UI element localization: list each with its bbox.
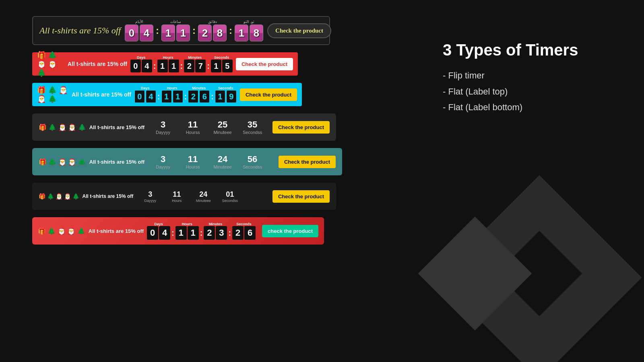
timer-bar-flip: All t-shirts are 15% off الأيام 0 4 : سا… xyxy=(32,16,330,45)
emoji-row-5: 🎁 🌲 🎅 🎅 🌲 xyxy=(39,158,86,166)
cyan-days-label: Days xyxy=(141,86,150,90)
flip-timer-digits: الأيام 0 4 : ساعات 1 1 : دقائق 2 xyxy=(125,20,263,41)
sep2: : xyxy=(192,25,196,36)
cyan-days: 0 4 xyxy=(134,90,156,103)
redg-sec-0: 2 xyxy=(232,226,244,240)
cyan-day-1: 4 xyxy=(146,90,156,103)
redg-bar-label: All t-shirts are 15% off xyxy=(89,228,144,234)
emoji-row-7: 🎁 🌲 🎅 🎅 🌲 xyxy=(38,227,85,235)
flip-minutes-group: دقائق 2 8 xyxy=(198,20,227,41)
check-product-btn-7[interactable]: check the product xyxy=(262,225,318,237)
flip-sec-1: 8 xyxy=(250,25,263,41)
check-product-btn-4[interactable]: Check the product xyxy=(272,121,330,134)
red-day-0: 0 xyxy=(130,60,141,72)
check-product-btn-5[interactable]: Check the product xyxy=(279,156,336,168)
redg-sep3: : xyxy=(228,224,231,238)
vdark-hours-val: 11 xyxy=(173,190,181,199)
redg-hours-label: Hours xyxy=(182,222,192,226)
list-item-3: - Flat (Label bottom) xyxy=(443,99,604,115)
timer-bar-cyan: 🎁 🌲 🎅 🎅 🌲 All t-shirts are 15% off Days … xyxy=(32,83,302,106)
panel-list: - Flip timer - Flat (Label top) - Flat (… xyxy=(443,68,604,115)
check-product-btn-3[interactable]: Check the product xyxy=(240,88,297,101)
red-min-1: 7 xyxy=(195,60,206,72)
teal-days-label: Dayyyy xyxy=(156,165,170,169)
vdark-days-val: 3 xyxy=(148,190,152,199)
teal-days-group: 3 Dayyyy xyxy=(151,154,175,169)
info-panel: 3 Types of Timers - Flip timer - Flat (L… xyxy=(443,40,604,115)
cyan-days-group: Days 0 4 xyxy=(134,86,156,103)
red-min-0: 2 xyxy=(184,60,194,72)
sep3: : xyxy=(229,25,232,36)
teal-seconds-label: Secondss xyxy=(243,165,262,169)
teal-seconds-group: 56 Secondss xyxy=(240,154,264,169)
dark-seconds-val: 35 xyxy=(248,119,257,130)
red-sep1: : xyxy=(153,58,156,71)
panel-title: 3 Types of Timers xyxy=(443,40,604,60)
redg-flat-tiles: Days 0 4 : Hours 1 1 : Minutes 2 3 xyxy=(147,222,256,240)
cyan-min-1: 6 xyxy=(199,90,210,103)
flip-day-1: 4 xyxy=(140,25,153,41)
teal-hours-val: 11 xyxy=(188,154,198,165)
cyan-sec-1: 9 xyxy=(226,90,237,103)
dark-seconds-group: 35 Secondss xyxy=(240,119,264,135)
emoji-row-2: 🎁 🌲 🎅 🎅 🌲 xyxy=(37,51,64,77)
teal-timer-groups: 3 Dayyyy 11 Hourss 24 Minuteee 56 Second… xyxy=(151,154,264,169)
flip-sec-0: 1 xyxy=(235,25,248,41)
cyan-minutes: 2 6 xyxy=(188,90,210,103)
vdark-hours-group: 11 Hours xyxy=(165,190,189,203)
flip-hours: 1 1 xyxy=(161,25,190,41)
teal-seconds-val: 56 xyxy=(248,154,257,165)
dark-timer-groups: 3 Dayyyy 11 Hourss 25 Minuteee 35 Second… xyxy=(151,119,264,135)
redg-hour-1: 1 xyxy=(188,226,199,240)
vdark-seconds-val: 01 xyxy=(226,190,234,199)
flip-minutes: 2 8 xyxy=(198,25,227,41)
teal-hours-group: 11 Hourss xyxy=(181,154,205,169)
red-sec-0: 1 xyxy=(211,60,221,72)
vdark-minutes-val: 24 xyxy=(199,190,207,199)
teal-minutes-val: 24 xyxy=(218,154,227,165)
vdark-timer-groups: 3 Dayyyy 11 Hours 24 Minuteee 01 Seconds… xyxy=(138,190,242,203)
check-product-btn-6[interactable]: Check the product xyxy=(272,190,330,203)
emoji-row-6: 🎁 🌲 🎅 🎅 🌲 xyxy=(39,193,79,200)
flip-days-group: الأيام 0 4 xyxy=(125,20,153,41)
check-product-btn-2[interactable]: Check the product xyxy=(236,58,293,70)
dark-minutes-label: Minuteee xyxy=(213,130,231,135)
red-seconds-label: Seconds xyxy=(214,56,229,60)
cyan-sec-0: 1 xyxy=(215,90,225,103)
flip-day-0: 0 xyxy=(125,25,138,41)
vdark-bar-label: All t-shirts are 15% off xyxy=(83,193,134,199)
timer-bar-red: 🎁 🌲 🎅 🎅 🌲 All t-shirts are 15% off Days … xyxy=(32,52,298,76)
redg-hours-group: Hours 1 1 xyxy=(175,222,199,240)
redg-sec-1: 6 xyxy=(244,226,256,240)
vdark-days-group: 3 Dayyyy xyxy=(138,190,162,203)
dark-bar-label: All t-shirts are 15% off xyxy=(89,124,144,130)
flip-minutes-label: دقائق xyxy=(208,20,217,24)
timer-list: All t-shirts are 15% off الأيام 0 4 : سا… xyxy=(32,16,362,245)
check-product-btn-1[interactable]: Check the product xyxy=(267,23,331,38)
red-flat-tiles: Days 0 4 : Hours 1 1 : Minutes 2 xyxy=(130,56,233,72)
dark-minutes-val: 25 xyxy=(218,119,227,130)
vdark-seconds-group: 01 Secondss xyxy=(218,190,242,203)
red-days: 0 4 xyxy=(130,60,152,72)
dark-hours-group: 11 Hourss xyxy=(181,119,205,135)
emoji-row-4: 🎁 🌲 🎅 🎅 🌲 xyxy=(39,123,86,131)
red-minutes: 2 7 xyxy=(184,60,206,72)
red-day-1: 4 xyxy=(142,60,152,72)
red-seconds-group: Seconds 1 5 xyxy=(211,56,233,72)
red-hours-group: Hours 1 1 xyxy=(157,56,179,72)
redg-days-group: Days 0 4 xyxy=(147,222,170,240)
cyan-sep2: : xyxy=(184,88,187,101)
flip-hour-0: 1 xyxy=(161,25,175,41)
dark-hours-val: 11 xyxy=(188,119,198,130)
teal-minutes-label: Minuteee xyxy=(213,165,231,169)
flip-seconds-label: ثو. الثو xyxy=(244,20,254,24)
redg-hours: 1 1 xyxy=(175,226,199,240)
cyan-hour-0: 1 xyxy=(161,90,172,103)
dark-seconds-label: Secondss xyxy=(243,130,262,135)
red-minutes-group: Minutes 2 7 xyxy=(184,56,206,72)
dark-days-group: 3 Dayyyy xyxy=(151,119,175,135)
redg-minutes-group: Minutes 2 3 xyxy=(204,222,227,240)
vdark-days-label: Dayyyy xyxy=(144,199,157,203)
redg-seconds: 2 6 xyxy=(232,226,256,240)
red-days-label: Days xyxy=(137,56,146,60)
